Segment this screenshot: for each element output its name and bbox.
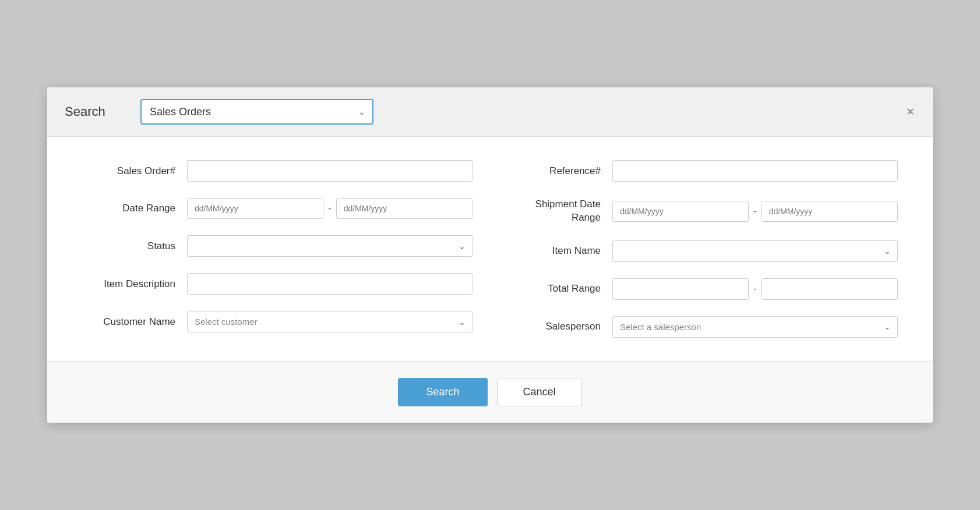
salesperson-select-wrapper: Select a salesperson ⌄ — [612, 316, 898, 338]
salesperson-select[interactable]: Select a salesperson — [612, 316, 898, 338]
form-right-column: Reference# Shipment DateRange - Item Nam… — [507, 160, 898, 337]
total-range-label: Total Range — [507, 283, 601, 295]
item-description-input[interactable] — [187, 273, 473, 295]
item-name-select-wrapper: ⌄ — [612, 240, 898, 262]
item-description-row: Item Description — [82, 273, 473, 295]
date-range-label: Date Range — [82, 203, 175, 214]
modal-footer: Search Cancel — [47, 361, 933, 423]
date-range-from-input[interactable] — [187, 198, 323, 219]
status-select-wrapper: ⌄ — [187, 235, 473, 257]
customer-name-row: Customer Name Select customer ⌄ — [82, 311, 473, 332]
reference-row: Reference# — [507, 160, 898, 182]
shipment-date-range-group: - — [612, 201, 898, 222]
header-search-label: Search — [65, 104, 123, 119]
reference-input[interactable] — [612, 160, 898, 182]
cancel-button[interactable]: Cancel — [497, 378, 582, 406]
item-description-label: Item Description — [82, 278, 175, 290]
form-grid: Sales Order# Date Range - Status — [82, 160, 898, 337]
total-range-separator: - — [753, 284, 756, 294]
customer-name-select-wrapper: Select customer ⌄ — [187, 311, 473, 332]
modal-header: Search Sales Orders Purchase Orders Invo… — [47, 87, 933, 137]
item-name-row: Item Name ⌄ — [507, 240, 898, 262]
item-name-select[interactable] — [612, 240, 898, 262]
total-range-from-input[interactable] — [612, 278, 749, 300]
date-range-separator: - — [328, 203, 331, 214]
status-select[interactable] — [187, 235, 473, 257]
item-name-label: Item Name — [507, 245, 601, 257]
date-range-group: - — [187, 198, 473, 219]
total-range-row: Total Range - — [507, 278, 898, 300]
customer-name-label: Customer Name — [82, 316, 175, 328]
date-range-row: Date Range - — [82, 198, 473, 219]
header-select-wrapper: Sales Orders Purchase Orders Invoices ⌄ — [140, 99, 373, 125]
status-row: Status ⌄ — [82, 235, 473, 257]
total-range-to-input[interactable] — [762, 278, 898, 300]
sales-order-row: Sales Order# — [82, 160, 473, 182]
salesperson-row: Salesperson Select a salesperson ⌄ — [507, 316, 898, 338]
status-label: Status — [82, 240, 175, 252]
salesperson-label: Salesperson — [507, 321, 601, 332]
total-range-group: - — [612, 278, 898, 300]
header-type-select[interactable]: Sales Orders Purchase Orders Invoices — [140, 99, 373, 125]
sales-order-input[interactable] — [187, 160, 473, 182]
search-button[interactable]: Search — [398, 378, 487, 406]
date-range-to-input[interactable] — [336, 198, 473, 219]
customer-name-select[interactable]: Select customer — [187, 311, 473, 332]
modal-body: Sales Order# Date Range - Status — [47, 137, 933, 360]
reference-label: Reference# — [507, 165, 601, 177]
shipment-date-range-row: Shipment DateRange - — [507, 198, 898, 224]
shipment-date-from-input[interactable] — [612, 201, 749, 222]
sales-order-label: Sales Order# — [82, 165, 175, 177]
search-modal: Search Sales Orders Purchase Orders Invo… — [47, 87, 933, 422]
shipment-date-to-input[interactable] — [762, 201, 898, 222]
shipment-date-range-label: Shipment DateRange — [507, 198, 601, 224]
form-left-column: Sales Order# Date Range - Status — [82, 160, 473, 337]
close-button[interactable]: × — [902, 103, 919, 121]
shipment-date-separator: - — [753, 206, 756, 217]
